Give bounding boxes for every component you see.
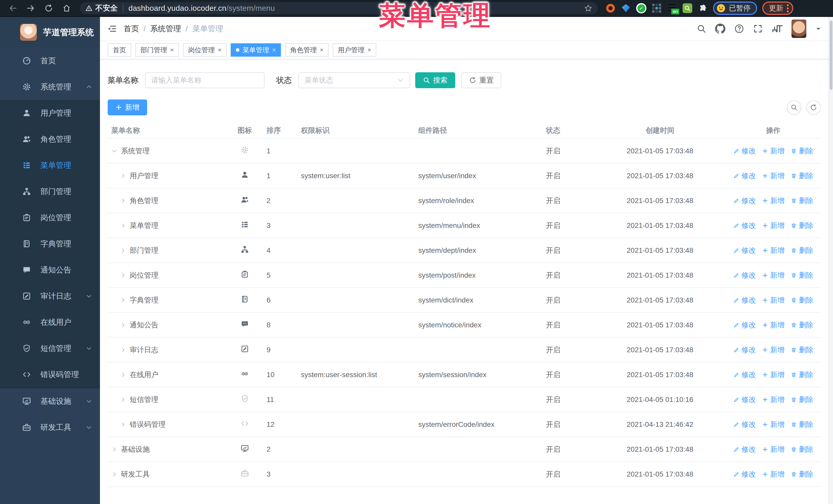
action-delete-link[interactable]: 删除 [791, 246, 813, 255]
tab-close-icon[interactable]: × [320, 47, 324, 53]
row-expand-icon[interactable] [120, 222, 126, 229]
action-add-link[interactable]: 新增 [762, 345, 785, 355]
action-delete-link[interactable]: 删除 [791, 196, 813, 206]
menu-name-input[interactable] [145, 72, 264, 88]
row-expand-icon[interactable] [120, 247, 126, 254]
action-edit-link[interactable]: 修改 [733, 419, 756, 429]
sidebar-item-8[interactable]: 通知公告 [0, 257, 100, 283]
sidebar-item-2[interactable]: 用户管理 [0, 100, 100, 126]
action-add-link[interactable]: 新增 [762, 270, 785, 280]
action-delete-link[interactable]: 删除 [791, 146, 813, 156]
action-edit-link[interactable]: 修改 [733, 320, 756, 330]
browser-reload-icon[interactable] [42, 1, 56, 16]
action-add-link[interactable]: 新增 [762, 171, 785, 181]
tab-角色管理[interactable]: 角色管理× [285, 43, 329, 57]
action-add-link[interactable]: 新增 [762, 370, 785, 380]
refresh-table-button[interactable] [806, 100, 821, 115]
action-delete-link[interactable]: 删除 [791, 370, 813, 380]
action-add-link[interactable]: 新增 [762, 196, 785, 206]
row-expand-icon[interactable] [111, 471, 117, 477]
action-delete-link[interactable]: 删除 [791, 320, 813, 330]
row-expand-icon[interactable] [120, 198, 126, 204]
search-button[interactable]: 搜索 [415, 72, 455, 88]
tab-首页[interactable]: 首页 [108, 43, 131, 57]
reset-button[interactable]: 重置 [461, 72, 501, 88]
action-delete-link[interactable]: 删除 [791, 445, 813, 454]
row-expand-icon[interactable] [120, 297, 126, 303]
sidebar-item-0[interactable]: 首页 [0, 48, 100, 74]
tab-close-icon[interactable]: × [367, 47, 371, 53]
scrollbar-thumb[interactable] [830, 21, 832, 90]
toggle-search-button[interactable] [787, 100, 801, 115]
row-expand-icon[interactable] [120, 372, 126, 378]
row-expand-icon[interactable] [120, 322, 126, 328]
status-select[interactable]: 菜单状态 [298, 72, 410, 88]
action-edit-link[interactable]: 修改 [733, 470, 756, 479]
breadcrumb-item[interactable]: 首页 [123, 24, 139, 34]
tab-用户管理[interactable]: 用户管理× [333, 43, 376, 57]
extension-zoom-icon[interactable] [682, 3, 693, 13]
action-add-link[interactable]: 新增 [762, 470, 785, 479]
sidebar-item-1[interactable]: 系统管理 [0, 74, 100, 100]
action-edit-link[interactable]: 修改 [733, 171, 756, 181]
security-warning[interactable]: 不安全 [85, 3, 118, 13]
action-delete-link[interactable]: 删除 [791, 470, 813, 479]
sidebar-item-7[interactable]: 字典管理 [0, 231, 100, 257]
sidebar-collapse-icon[interactable] [106, 24, 117, 34]
tab-部门管理[interactable]: 部门管理× [135, 43, 179, 57]
extension-green-check-icon[interactable]: ✓ [636, 3, 646, 13]
row-expand-icon[interactable] [120, 173, 126, 179]
extensions-puzzle-icon[interactable] [698, 3, 708, 13]
tab-菜单管理[interactable]: 菜单管理× [231, 43, 281, 57]
sidebar-item-10[interactable]: 在线用户 [0, 309, 100, 335]
action-add-link[interactable]: 新增 [762, 246, 785, 255]
row-expand-icon[interactable] [111, 148, 117, 154]
action-delete-link[interactable]: 删除 [791, 171, 813, 181]
browser-update-button[interactable]: 更新 [762, 2, 793, 15]
action-add-link[interactable]: 新增 [762, 445, 785, 454]
browser-home-icon[interactable] [60, 1, 74, 16]
tab-close-icon[interactable]: × [170, 47, 174, 53]
font-size-icon[interactable] [771, 24, 783, 34]
extension-orange-icon[interactable] [605, 3, 616, 13]
action-delete-link[interactable]: 删除 [791, 295, 813, 305]
sidebar-item-11[interactable]: 短信管理 [0, 335, 100, 361]
row-expand-icon[interactable] [120, 272, 126, 279]
extension-gem-icon[interactable] [621, 3, 631, 13]
app-logo-row[interactable]: 芋道管理系统 [0, 17, 100, 48]
action-add-link[interactable]: 新增 [762, 419, 785, 429]
avatar-caret-down-icon[interactable] [815, 25, 822, 32]
action-edit-link[interactable]: 修改 [733, 246, 756, 255]
action-edit-link[interactable]: 修改 [733, 295, 756, 305]
action-add-link[interactable]: 新增 [762, 221, 785, 231]
sidebar-item-4[interactable]: 菜单管理 [0, 152, 100, 178]
row-expand-icon[interactable] [120, 397, 126, 403]
address-bar[interactable]: 不安全 dashboard.yudao.iocoder.cn/system/me… [80, 2, 598, 14]
action-add-link[interactable]: 新增 [762, 146, 785, 156]
action-add-link[interactable]: 新增 [762, 395, 785, 405]
action-add-link[interactable]: 新增 [762, 295, 785, 305]
action-edit-link[interactable]: 修改 [733, 196, 756, 206]
sidebar-item-6[interactable]: 岗位管理 [0, 205, 100, 231]
sidebar-item-13[interactable]: 基础设施 [0, 388, 100, 414]
action-edit-link[interactable]: 修改 [733, 270, 756, 280]
action-edit-link[interactable]: 修改 [733, 221, 756, 231]
action-delete-link[interactable]: 删除 [791, 221, 813, 231]
user-avatar[interactable] [791, 20, 806, 38]
sidebar-item-12[interactable]: 错误码管理 [0, 361, 100, 388]
tab-close-icon[interactable]: × [272, 47, 276, 53]
sidebar-item-5[interactable]: 部门管理 [0, 178, 100, 205]
action-delete-link[interactable]: 删除 [791, 419, 813, 429]
tab-岗位管理[interactable]: 岗位管理× [183, 43, 227, 57]
row-expand-icon[interactable] [111, 446, 117, 453]
header-search-icon[interactable] [697, 24, 706, 33]
fullscreen-icon[interactable] [753, 24, 763, 33]
sidebar-item-9[interactable]: 审计日志 [0, 283, 100, 309]
action-edit-link[interactable]: 修改 [733, 146, 756, 156]
action-edit-link[interactable]: 修改 [733, 445, 756, 454]
browser-forward-icon[interactable] [24, 1, 38, 16]
sidebar-item-14[interactable]: 研发工具 [0, 414, 100, 440]
help-icon[interactable] [734, 24, 744, 34]
bookmark-star-icon[interactable] [584, 4, 593, 13]
breadcrumb-item[interactable]: 系统管理 [150, 24, 181, 34]
